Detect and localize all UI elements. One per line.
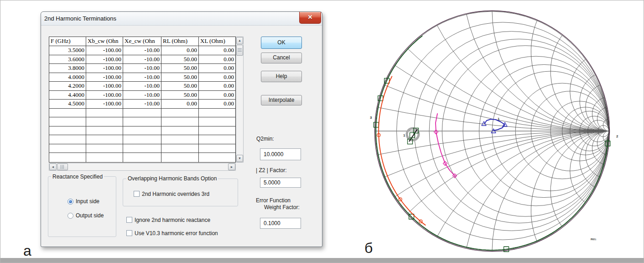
table-row	[49, 109, 235, 118]
table-cell[interactable]	[86, 144, 123, 153]
table-cell[interactable]: 50.00	[161, 55, 199, 64]
table-cell[interactable]: 0.00	[161, 46, 199, 55]
table-cell[interactable]	[49, 109, 86, 117]
table-cell[interactable]: -10.00	[123, 73, 161, 82]
table-cell[interactable]	[123, 126, 161, 135]
scroll-down-button[interactable]: ▼	[236, 155, 243, 162]
table-cell[interactable]	[86, 117, 123, 126]
table-cell[interactable]: 3.8000	[49, 64, 86, 73]
table-cell[interactable]: -10.00	[123, 100, 161, 108]
table-cell[interactable]	[199, 135, 235, 144]
table-cell[interactable]: 0.00	[199, 55, 235, 64]
table-cell[interactable]	[86, 109, 123, 117]
table-cell[interactable]	[86, 135, 123, 144]
table-cell[interactable]	[161, 144, 199, 153]
table-cell[interactable]: -10.00	[123, 55, 161, 64]
table-cell[interactable]	[49, 126, 86, 135]
horizontal-scroll-thumb[interactable]	[57, 163, 68, 170]
table-cell[interactable]: -10.00	[123, 64, 161, 73]
table-cell[interactable]	[86, 126, 123, 135]
table-cell[interactable]: 4.5000	[49, 100, 86, 108]
table-cell[interactable]: 3.6000	[49, 55, 86, 64]
table-cell[interactable]	[123, 153, 161, 162]
scroll-left-button[interactable]: ◄	[49, 163, 57, 170]
z2-factor-input[interactable]	[260, 178, 301, 188]
radio-icon[interactable]	[68, 213, 73, 219]
checkbox-icon[interactable]	[126, 230, 132, 236]
table-cell[interactable]: -10.00	[123, 46, 161, 55]
table-horizontal-scrollbar[interactable]: ◄ ►	[49, 163, 236, 171]
table-cell[interactable]	[49, 153, 86, 162]
ok-button[interactable]: OK	[261, 37, 302, 49]
scroll-up-button[interactable]: ▲	[236, 37, 243, 44]
table-cell[interactable]: -10.00	[123, 82, 161, 90]
table-row: 3.8000-100.00-10.0050.000.00	[49, 64, 235, 73]
table-cell[interactable]	[161, 109, 199, 117]
table-row: 4.2000-100.00-10.0050.000.00	[49, 82, 235, 91]
table-cell[interactable]: 0.00	[199, 46, 235, 55]
table-cell[interactable]	[86, 153, 123, 162]
table-row	[49, 126, 235, 136]
table-cell[interactable]: -100.00	[86, 55, 123, 64]
vertical-scroll-thumb[interactable]	[236, 45, 243, 56]
table-cell[interactable]: -100.00	[86, 73, 123, 82]
table-cell[interactable]: 0.00	[199, 64, 235, 73]
radio-output-side[interactable]: Output side	[68, 212, 104, 219]
q2min-input[interactable]	[260, 148, 301, 160]
table-cell[interactable]	[199, 153, 235, 162]
help-button[interactable]: Help	[261, 71, 302, 82]
error-weight-input[interactable]	[260, 218, 301, 229]
table-cell[interactable]: -100.00	[86, 64, 123, 73]
table-cell[interactable]	[123, 135, 161, 144]
table-cell[interactable]	[199, 109, 235, 117]
table-cell[interactable]: 3.5000	[49, 46, 86, 55]
table-cell[interactable]	[161, 117, 199, 126]
table-cell[interactable]: 0.00	[199, 100, 235, 108]
table-cell[interactable]: 4.4000	[49, 91, 86, 100]
table-cell[interactable]	[199, 144, 235, 153]
table-cell[interactable]	[199, 117, 235, 126]
radio-icon[interactable]	[68, 199, 73, 205]
table-cell[interactable]	[49, 117, 86, 126]
scroll-right-button[interactable]: ►	[228, 163, 235, 170]
table-cell[interactable]: -10.00	[123, 91, 161, 100]
table-cell[interactable]: 4.2000	[49, 82, 86, 90]
checkbox-icon[interactable]	[134, 191, 140, 197]
table-cell[interactable]	[123, 144, 161, 153]
weight-factor-label: Weight Factor:	[264, 204, 300, 210]
interpolate-button[interactable]: Interpolate	[261, 95, 302, 105]
table-cell[interactable]: 50.00	[161, 91, 199, 100]
table-cell[interactable]: 50.00	[161, 82, 199, 90]
checkbox-2nd-harmonic-overrides-3rd[interactable]: 2nd Harmonic overrides 3rd	[134, 191, 209, 197]
table-cell[interactable]	[123, 109, 161, 117]
close-button[interactable]: ✕	[299, 12, 321, 24]
table-cell[interactable]	[123, 117, 161, 126]
checkbox-icon[interactable]	[126, 217, 132, 223]
table-vertical-scrollbar[interactable]: ▲ ▼	[236, 37, 244, 163]
table-cell[interactable]	[49, 144, 86, 153]
table-cell[interactable]: -100.00	[86, 100, 123, 108]
checkbox-ignore-2nd-harmonic[interactable]: Ignore 2nd harmonic reactance	[126, 217, 210, 223]
table-cell[interactable]	[199, 126, 235, 135]
table-cell[interactable]: -100.00	[86, 91, 123, 100]
table-cell[interactable]	[161, 126, 199, 135]
table-header-cell: F (GHz)	[49, 37, 86, 46]
checkbox-use-v103-error-function[interactable]: Use V10.3 harmonic error function	[126, 230, 218, 237]
table-cell[interactable]: -100.00	[86, 82, 123, 90]
table-cell[interactable]	[49, 135, 86, 144]
dialog-titlebar[interactable]: 2nd Harmonic Terminations ✕	[41, 12, 322, 26]
table-cell[interactable]: 4.0000	[49, 73, 86, 82]
table-cell[interactable]: -100.00	[86, 46, 123, 55]
radio-input-side[interactable]: Input side	[68, 198, 99, 205]
table-cell[interactable]: 50.00	[161, 73, 199, 82]
table-cell[interactable]: 0.00	[199, 73, 235, 82]
table-cell[interactable]	[161, 153, 199, 162]
table-cell[interactable]: 0.00	[199, 82, 235, 90]
cancel-button[interactable]: Cancel	[261, 53, 302, 63]
table-cell[interactable]: 0.00	[161, 100, 199, 108]
terminations-table: F (GHz)Xb_cw (OhnXe_cw (OhnRL (Ohm)XL (O…	[49, 37, 236, 163]
table-cell[interactable]: 50.00	[161, 64, 199, 73]
table-cell[interactable]: 0.00	[199, 91, 235, 100]
chart-point-label: R01:	[591, 238, 597, 241]
table-cell[interactable]	[161, 135, 199, 144]
